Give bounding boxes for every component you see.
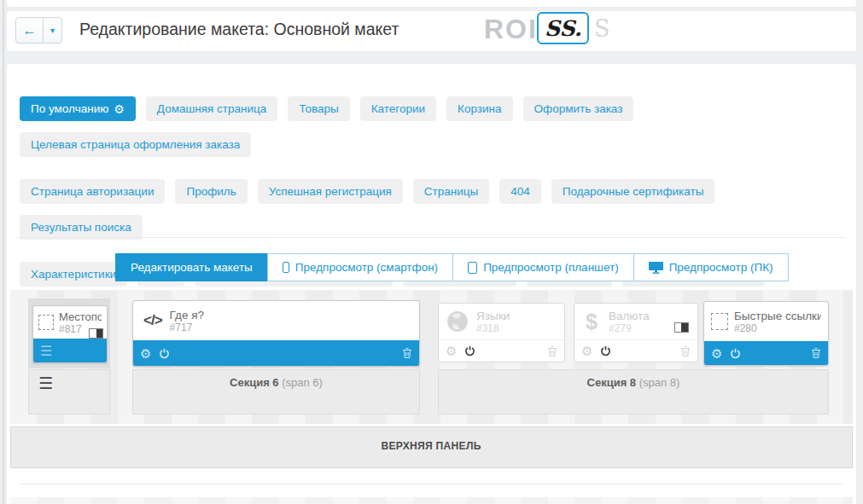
- gear-icon[interactable]: ⚙: [446, 345, 457, 357]
- smartphone-icon: [283, 262, 289, 273]
- container-top-panel[interactable]: ВЕРХНЯЯ ПАНЕЛЬ: [10, 426, 853, 468]
- power-icon[interactable]: [730, 348, 741, 359]
- tab-label: Товары: [299, 96, 338, 121]
- section-6[interactable]: Секция 6 (span 6): [132, 369, 420, 414]
- tab-label: Предпросмотр (планшет): [483, 261, 619, 274]
- back-button-group: ← ▾: [15, 17, 62, 43]
- tab-auth-page[interactable]: Страница авторизации: [20, 179, 165, 204]
- logo-fragment-gray: ROI: [484, 14, 538, 45]
- power-icon[interactable]: [159, 348, 170, 359]
- tab-checkout-landing[interactable]: Целевая страница оформления заказа: [20, 132, 251, 157]
- view-mode-tabs: Редактировать макеты Предпросмотр (смарт…: [115, 253, 789, 281]
- tab-features[interactable]: Характеристики: [20, 262, 127, 287]
- tab-label: Результаты поиска: [31, 215, 131, 240]
- code-icon: </>: [143, 312, 162, 329]
- tab-gift-certificates[interactable]: Подарочные сертификаты: [551, 179, 715, 204]
- tab-label: Успешная регистрация: [269, 179, 392, 204]
- section-name: Секция 8: [587, 376, 637, 389]
- block-id: #318: [476, 322, 510, 334]
- next-grid-strip: [10, 497, 853, 504]
- tablet-icon: [468, 262, 477, 274]
- back-arrow-icon: ←: [23, 23, 37, 38]
- trash-icon[interactable]: [402, 347, 412, 359]
- tab-label: По умолчанию: [31, 96, 108, 121]
- block-title: Языки: [476, 310, 510, 322]
- section-span: (span 8): [639, 376, 680, 389]
- section-name: Секция 6: [230, 376, 279, 389]
- tab-label: 404: [510, 179, 530, 204]
- gear-icon[interactable]: ⚙: [581, 345, 592, 357]
- gear-icon[interactable]: ⚙: [711, 347, 722, 360]
- block-where-am-i[interactable]: </> Где я? #717 ⚙: [132, 300, 420, 367]
- block-id: #280: [734, 322, 821, 334]
- visibility-badge-icon: [674, 322, 689, 333]
- tab-products[interactable]: Товары: [288, 96, 349, 121]
- block-location[interactable]: Местопол #817 ☰: [32, 305, 108, 363]
- tab-preview-pc[interactable]: Предпросмотр (ПК): [633, 253, 789, 281]
- page-edge: [3, 0, 4, 504]
- tab-label: Подарочные сертификаты: [563, 179, 704, 204]
- divider: [20, 484, 843, 484]
- drag-grip-icon[interactable]: ☰: [40, 343, 52, 359]
- back-dropdown-button[interactable]: ▾: [43, 17, 62, 43]
- power-icon[interactable]: [464, 345, 475, 356]
- logo-fragment-faint: S: [594, 15, 610, 42]
- trash-icon[interactable]: [680, 345, 691, 357]
- tab-preview-tablet[interactable]: Предпросмотр (планшет): [452, 253, 634, 281]
- tab-pages[interactable]: Страницы: [413, 179, 489, 204]
- block-id: #279: [609, 322, 650, 334]
- tab-preview-smartphone[interactable]: Предпросмотр (смартфон): [267, 253, 453, 281]
- block-footer: ⚙: [439, 339, 564, 362]
- dashed-square-icon: [38, 315, 54, 330]
- block-currency[interactable]: $ Валюта #279 ⚙: [574, 303, 698, 362]
- page-title: Редактирование макета: Основной макет: [79, 20, 399, 39]
- tab-profile[interactable]: Профиль: [175, 179, 247, 204]
- gear-icon[interactable]: ⚙: [140, 347, 151, 360]
- tab-checkout[interactable]: Оформить заказ: [523, 96, 634, 121]
- block-languages[interactable]: Языки #318 ⚙: [438, 303, 565, 362]
- tab-404[interactable]: 404: [499, 179, 541, 204]
- block-footer: ⚙: [704, 341, 828, 365]
- divider: [17, 237, 846, 238]
- block-quick-links[interactable]: Быстрые ссылки #280 ⚙: [703, 301, 829, 366]
- tab-label: Оформить заказ: [534, 96, 623, 121]
- block-footer: ⚙: [574, 339, 697, 362]
- tab-label: Характеристики: [31, 262, 116, 287]
- tab-cart[interactable]: Корзина: [446, 96, 512, 121]
- drag-grip-icon[interactable]: ☰: [38, 374, 53, 392]
- tab-label: Корзина: [458, 96, 501, 121]
- tab-search-results[interactable]: Результаты поиска: [20, 215, 143, 240]
- layout-grid: Местопол #817 ☰ </> Где я? #717 ⚙: [10, 290, 853, 424]
- trash-icon[interactable]: [811, 347, 821, 359]
- power-icon[interactable]: [600, 345, 611, 356]
- globe-icon: [446, 310, 469, 333]
- tab-label: Страница авторизации: [31, 179, 154, 204]
- tab-edit-layouts[interactable]: Редактировать макеты: [115, 253, 268, 281]
- tab-default[interactable]: По умолчанию⚙: [20, 96, 136, 121]
- tab-label: Категории: [371, 96, 425, 121]
- visibility-badge-icon: [89, 328, 103, 339]
- block-footer: ☰: [33, 339, 107, 362]
- logo-boxed-text: SS.: [545, 16, 581, 41]
- back-button[interactable]: ←: [15, 17, 44, 43]
- block-title: Валюта: [609, 310, 650, 322]
- block-title: Быстрые ссылки: [734, 310, 821, 322]
- gear-icon[interactable]: ⚙: [114, 103, 125, 115]
- tab-label: Целевая страница оформления заказа: [31, 132, 240, 157]
- block-id: #717: [170, 322, 204, 333]
- monitor-icon: [649, 262, 663, 274]
- logo-fragment-boxed: SS.: [537, 12, 589, 44]
- chevron-down-icon: ▾: [50, 26, 55, 35]
- tab-label: Домашняя страница: [157, 96, 266, 121]
- tab-home-page[interactable]: Домашняя страница: [146, 96, 277, 121]
- container-label: ВЕРХНЯЯ ПАНЕЛЬ: [382, 439, 481, 452]
- tab-label: Редактировать макеты: [131, 261, 253, 274]
- trash-icon[interactable]: [547, 345, 557, 357]
- top-card-strip: [7, 0, 856, 7]
- tab-categories[interactable]: Категории: [360, 96, 436, 121]
- section-8[interactable]: Секция 8 (span 8): [438, 369, 829, 414]
- block-title: Местопол: [59, 310, 102, 323]
- tab-registration-success[interactable]: Успешная регистрация: [258, 179, 403, 204]
- tab-label: Профиль: [186, 179, 236, 204]
- section-drag-cell[interactable]: ☰: [28, 369, 110, 414]
